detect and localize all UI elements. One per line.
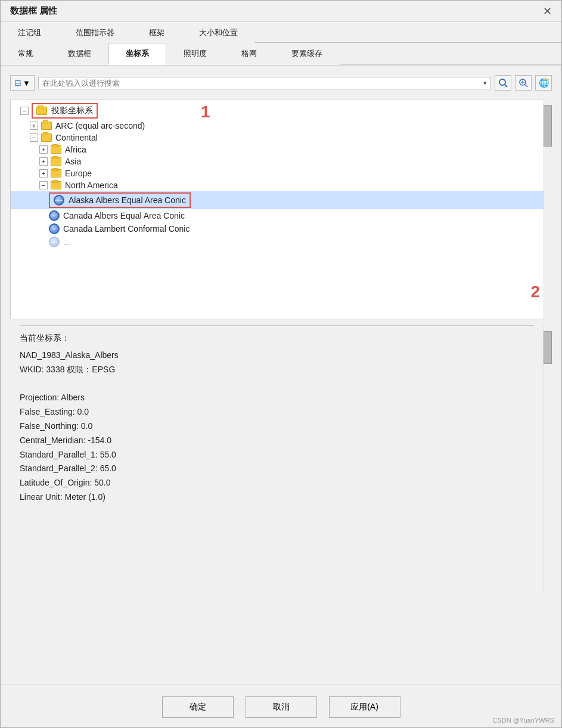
tree-africa-node[interactable]: + Africa <box>11 144 551 155</box>
africa-label: Africa <box>65 145 86 154</box>
cs-wkid: WKID: 3338 权限：EPSG <box>20 363 534 377</box>
search-button[interactable] <box>495 75 511 91</box>
filter-dropdown-icon: ▼ <box>23 79 30 88</box>
tree-canada-albers-node[interactable]: Canada Albers Equal Area Conic <box>11 209 551 222</box>
asia-label: Asia <box>65 157 81 166</box>
arc-label: ARC (equal arc-second) <box>55 121 145 130</box>
cs-false-easting: False_Easting: 0.0 <box>20 405 534 419</box>
filter-icon: ⊟ <box>14 78 21 88</box>
continental-label: Continental <box>55 133 98 142</box>
tree-container: − 投影坐标系 + ARC (equal arc-second) − <box>10 99 552 319</box>
europe-label: Europe <box>65 169 92 178</box>
expand-icon-arc[interactable]: + <box>30 122 38 130</box>
toolbar-row: ⊟ ▼ ▾ 🌐 <box>10 75 552 91</box>
tab-row-1: 注记组 范围指示器 框架 大小和位置 <box>1 22 561 43</box>
continental-folder-icon <box>41 133 52 142</box>
collapse-icon-root[interactable]: − <box>20 107 29 115</box>
expand-icon-north-america[interactable]: − <box>39 181 48 189</box>
north-america-label: North America <box>65 181 118 190</box>
ok-button[interactable]: 确定 <box>162 696 234 718</box>
close-button[interactable]: ✕ <box>543 6 552 17</box>
search-icon <box>498 78 508 88</box>
canada-albers-label: Canada Albers Equal Area Conic <box>63 211 185 220</box>
search-input[interactable] <box>42 79 483 88</box>
cs-std-parallel-1: Standard_Parallel_1: 55.0 <box>20 448 534 462</box>
arc-folder-icon <box>41 122 52 130</box>
africa-folder-icon <box>51 145 61 154</box>
globe-button[interactable]: 🌐 ★ <box>535 75 552 91</box>
root-label: 投影坐标系 <box>51 105 93 116</box>
tab-range-indicator[interactable]: 范围指示器 <box>58 22 132 43</box>
more-label: ... <box>63 237 70 247</box>
find-button[interactable] <box>515 75 532 91</box>
find-icon <box>518 78 528 88</box>
footer-row: 确定 取消 应用(A) <box>1 684 561 727</box>
apply-button[interactable]: 应用(A) <box>329 696 400 718</box>
tree-north-america-node[interactable]: − North America <box>11 179 551 191</box>
cs-linear-unit: Linear Unit: Meter (1.0) <box>20 490 534 505</box>
current-cs-info: NAD_1983_Alaska_Albers WKID: 3338 权限：EPS… <box>20 349 534 505</box>
europe-folder-icon <box>51 169 61 178</box>
root-highlight-box: 投影坐标系 <box>32 103 98 119</box>
current-cs-label: 当前坐标系： <box>20 333 534 344</box>
canada-lambert-label: Canada Lambert Conformal Conic <box>63 224 190 234</box>
cs-false-northing: False_Northing: 0.0 <box>20 419 534 434</box>
tree-root-node[interactable]: − 投影坐标系 <box>11 99 551 120</box>
cs-scrollbar-track[interactable] <box>544 325 552 594</box>
tree-panel[interactable]: − 投影坐标系 + ARC (equal arc-second) − <box>10 99 552 319</box>
cancel-button[interactable]: 取消 <box>246 696 317 718</box>
content-area: ⊟ ▼ ▾ 🌐 <box>1 66 561 603</box>
more-globe-icon <box>49 237 60 247</box>
filter-button[interactable]: ⊟ ▼ <box>10 75 35 91</box>
dialog-window: 数据框 属性 ✕ 注记组 范围指示器 框架 大小和位置 常规 数据框 坐标系 照… <box>0 0 562 728</box>
tab-frame[interactable]: 框架 <box>132 22 182 43</box>
cs-central-meridian: Central_Meridian: -154.0 <box>20 434 534 448</box>
canada-albers-globe-icon <box>49 210 60 221</box>
alaska-label: Alaska Albers Equal Area Conic <box>69 195 186 205</box>
tab-illumination[interactable]: 照明度 <box>166 43 224 65</box>
cs-projection: Projection: Albers <box>20 391 534 405</box>
tab-grid[interactable]: 格网 <box>224 43 274 65</box>
tab-size-position[interactable]: 大小和位置 <box>182 22 255 43</box>
tree-continental-node[interactable]: − Continental <box>11 132 551 144</box>
tree-more-node[interactable]: ... <box>11 235 551 248</box>
expand-icon-asia[interactable]: + <box>39 157 48 166</box>
search-box: ▾ <box>38 77 491 89</box>
expand-icon-europe[interactable]: + <box>39 169 48 178</box>
root-folder-icon <box>36 107 47 115</box>
alaska-globe-icon <box>54 195 64 206</box>
expand-icon-continental[interactable]: − <box>30 133 38 142</box>
title-bar: 数据框 属性 ✕ <box>1 1 561 22</box>
canada-lambert-globe-icon <box>49 223 60 234</box>
svg-point-0 <box>499 79 505 85</box>
asia-folder-icon <box>51 157 61 166</box>
watermark: CSDN @YuanYWRS <box>493 717 554 724</box>
add-star-icon: ★ <box>545 77 550 83</box>
alaska-highlight-box: Alaska Albers Equal Area Conic <box>49 192 191 208</box>
expand-icon-africa[interactable]: + <box>39 145 48 154</box>
tab-element-cache[interactable]: 要素缓存 <box>274 43 340 65</box>
north-america-folder-icon <box>51 181 61 189</box>
tree-arc-node[interactable]: + ARC (equal arc-second) <box>11 120 551 132</box>
cs-name: NAD_1983_Alaska_Albers <box>20 349 534 363</box>
tree-alaska-node[interactable]: Alaska Albers Equal Area Conic <box>11 191 551 209</box>
tree-europe-node[interactable]: + Europe <box>11 167 551 179</box>
svg-line-3 <box>525 85 527 87</box>
cs-std-parallel-2: Standard_Parallel_2: 65.0 <box>20 462 534 476</box>
svg-line-1 <box>505 85 507 87</box>
tab-dataframe[interactable]: 数据框 <box>51 43 108 65</box>
tree-scrollbar-thumb[interactable] <box>544 105 552 147</box>
tab-annotation-group[interactable]: 注记组 <box>1 22 58 43</box>
search-dropdown-icon[interactable]: ▾ <box>483 79 487 87</box>
dialog-title: 数据框 属性 <box>10 5 57 17</box>
annotation-2: 2 <box>530 282 540 301</box>
tree-canada-lambert-node[interactable]: Canada Lambert Conformal Conic <box>11 222 551 235</box>
tab-general[interactable]: 常规 <box>1 43 51 65</box>
tree-scrollbar-track[interactable] <box>544 99 552 319</box>
current-cs-section: 当前坐标系： NAD_1983_Alaska_Albers WKID: 3338… <box>20 325 534 509</box>
cs-scrollbar-thumb[interactable] <box>544 331 552 364</box>
cs-latitude-origin: Latitude_Of_Origin: 50.0 <box>20 476 534 490</box>
tree-asia-node[interactable]: + Asia <box>11 155 551 167</box>
tab-coordinate-system[interactable]: 坐标系 <box>108 43 166 65</box>
annotation-1: 1 <box>201 102 210 122</box>
